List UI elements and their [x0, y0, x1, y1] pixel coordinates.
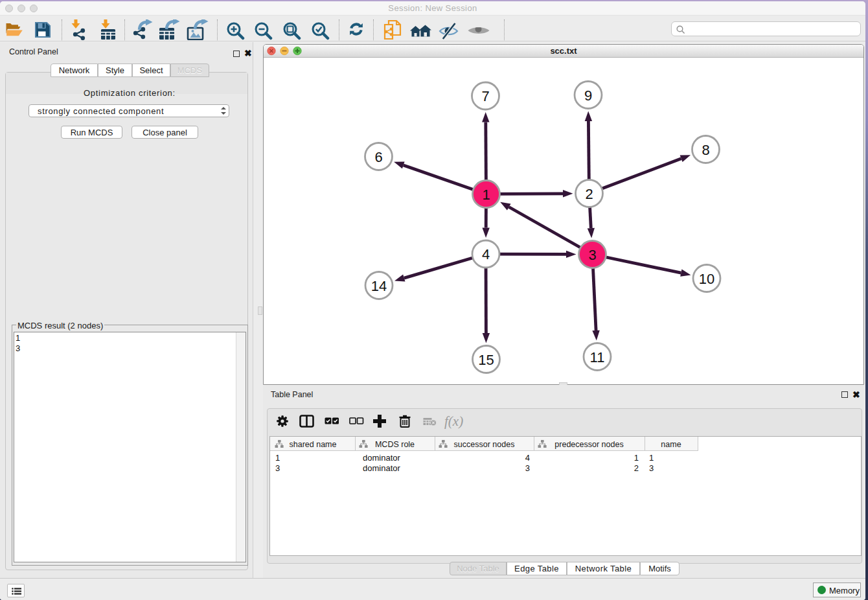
svg-text:9: 9: [584, 87, 592, 104]
svg-text:10: 10: [699, 271, 714, 287]
svg-text:3: 3: [588, 247, 596, 263]
svg-text:6: 6: [374, 149, 382, 165]
svg-text:8: 8: [702, 142, 709, 158]
svg-text:14: 14: [371, 278, 387, 294]
svg-text:11: 11: [590, 349, 605, 365]
svg-text:15: 15: [478, 352, 494, 368]
svg-text:1: 1: [482, 187, 490, 203]
svg-text:7: 7: [481, 88, 489, 104]
svg-text:2: 2: [585, 186, 593, 202]
svg-text:4: 4: [482, 246, 490, 262]
